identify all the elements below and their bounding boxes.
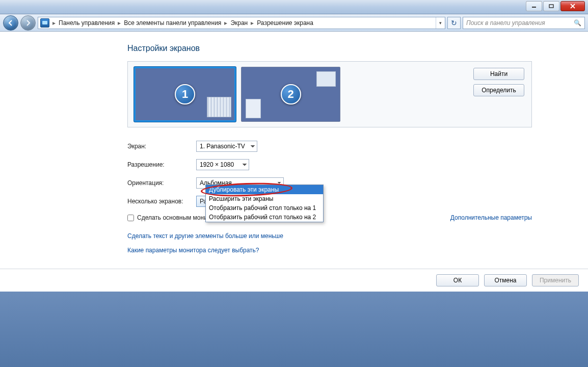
advanced-settings-link[interactable]: Дополнительные параметры bbox=[450, 214, 532, 221]
apply-button[interactable]: Применить bbox=[532, 274, 579, 286]
resolution-label: Разрешение: bbox=[127, 161, 196, 168]
close-button[interactable] bbox=[560, 1, 585, 11]
breadcrumb-item[interactable]: Экран bbox=[228, 19, 250, 27]
multi-display-label: Несколько экранов: bbox=[127, 198, 196, 205]
monitor-preview-pane: 1 2 Найти Определить bbox=[127, 61, 532, 127]
screen-select[interactable]: 1. Panasonic-TV bbox=[196, 141, 257, 152]
chevron-right-icon: ▸ bbox=[51, 19, 57, 27]
multi-display-dropdown: Дублировать эти экраны Расширить эти экр… bbox=[205, 185, 324, 222]
window-border-gap bbox=[0, 292, 588, 367]
chevron-right-icon: ▸ bbox=[117, 19, 122, 27]
breadcrumb-item[interactable]: Разрешение экрана bbox=[255, 19, 315, 27]
ok-button[interactable]: ОК bbox=[436, 274, 479, 286]
control-panel-icon bbox=[40, 18, 49, 28]
monitor-doc-icon bbox=[246, 99, 261, 118]
page-title: Настройки экранов bbox=[127, 44, 532, 53]
window-titlebar bbox=[0, 0, 588, 14]
chevron-right-icon: ▸ bbox=[223, 19, 228, 27]
chevron-right-icon: ▸ bbox=[250, 19, 255, 27]
content-area: Настройки экранов 1 2 Найти Определить Э… bbox=[0, 32, 588, 292]
breadcrumb-item[interactable]: Все элементы панели управления bbox=[122, 19, 223, 27]
dropdown-option[interactable]: Отобразить рабочий стол только на 2 bbox=[206, 213, 323, 222]
search-input[interactable]: Поиск в панели управления 🔍 bbox=[463, 17, 585, 29]
monitor-window-icon bbox=[316, 71, 336, 87]
dialog-button-bar: ОК Отмена Применить bbox=[0, 269, 588, 292]
display-settings-form: Экран: 1. Panasonic-TV Разрешение: 1920 … bbox=[127, 141, 532, 254]
screen-label: Экран: bbox=[127, 143, 196, 150]
address-bar[interactable]: ▸ Панель управления ▸ Все элементы панел… bbox=[38, 17, 445, 29]
minimize-button[interactable] bbox=[526, 1, 542, 11]
dropdown-option[interactable]: Отобразить рабочий стол только на 1 bbox=[206, 203, 323, 213]
svg-rect-1 bbox=[549, 5, 553, 8]
identify-button[interactable]: Определить bbox=[473, 84, 524, 96]
dropdown-option[interactable]: Дублировать эти экраны bbox=[206, 185, 323, 194]
back-button[interactable] bbox=[3, 15, 18, 31]
text-size-link[interactable]: Сделать текст и другие элементы больше и… bbox=[127, 232, 532, 240]
forward-button[interactable] bbox=[20, 15, 36, 31]
resolution-select[interactable]: 1920 × 1080 bbox=[196, 159, 249, 170]
refresh-button[interactable]: ↻ bbox=[447, 17, 461, 29]
search-icon: 🔍 bbox=[574, 19, 581, 27]
cancel-button[interactable]: Отмена bbox=[484, 274, 527, 286]
find-button[interactable]: Найти bbox=[473, 68, 524, 80]
svg-rect-0 bbox=[532, 7, 536, 8]
navigation-bar: ▸ Панель управления ▸ Все элементы панел… bbox=[0, 14, 588, 32]
maximize-button[interactable] bbox=[543, 1, 559, 11]
monitor-help-link[interactable]: Какие параметры монитора следует выбрать… bbox=[127, 247, 532, 254]
make-primary-checkbox[interactable] bbox=[127, 215, 134, 221]
monitor-number: 1 bbox=[175, 84, 195, 104]
search-placeholder: Поиск в панели управления bbox=[466, 19, 545, 27]
address-dropdown[interactable]: ▾ bbox=[436, 17, 445, 29]
orientation-label: Ориентация: bbox=[127, 179, 196, 187]
dropdown-option[interactable]: Расширить эти экраны bbox=[206, 194, 323, 203]
monitor-badge-icon bbox=[207, 97, 231, 117]
monitor-1[interactable]: 1 bbox=[134, 67, 236, 122]
monitor-number: 2 bbox=[281, 84, 301, 104]
breadcrumb-item[interactable]: Панель управления bbox=[57, 19, 117, 27]
monitor-2[interactable]: 2 bbox=[241, 67, 340, 122]
